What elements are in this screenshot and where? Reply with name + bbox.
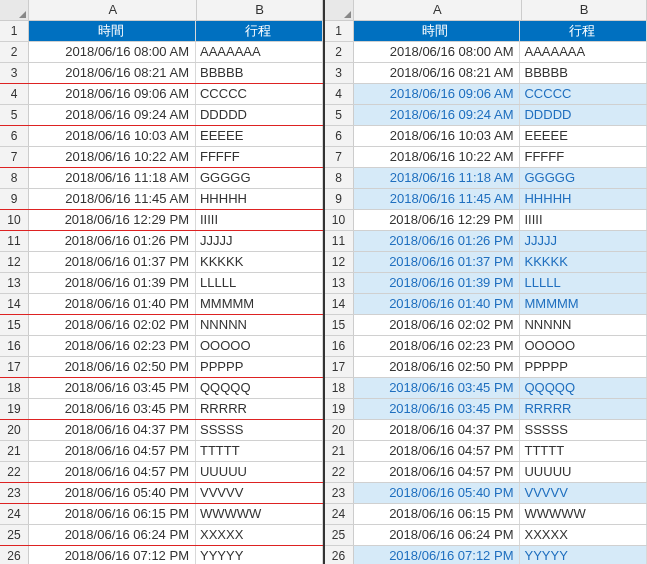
cell-value[interactable]: YYYYY: [520, 546, 647, 564]
cell-value[interactable]: SSSSS: [196, 420, 323, 440]
cell-value[interactable]: DDDDD: [520, 105, 647, 125]
cell-value[interactable]: PPPPP: [520, 357, 647, 377]
cell-time[interactable]: 2018/06/16 06:15 PM: [354, 504, 521, 524]
column-header-b[interactable]: B: [522, 0, 647, 20]
row-header[interactable]: 7: [325, 147, 354, 167]
row-header[interactable]: 5: [325, 105, 354, 125]
cell-time[interactable]: 2018/06/16 04:37 PM: [29, 420, 196, 440]
cell-value[interactable]: IIIII: [520, 210, 647, 230]
row-header[interactable]: 17: [325, 357, 354, 377]
row-header[interactable]: 19: [0, 399, 29, 419]
row-header[interactable]: 20: [0, 420, 29, 440]
cell-value[interactable]: WWWWW: [520, 504, 647, 524]
row-header[interactable]: 1: [325, 21, 354, 41]
cell-value[interactable]: SSSSS: [520, 420, 647, 440]
row-header[interactable]: 19: [325, 399, 354, 419]
cell-time[interactable]: 2018/06/16 11:45 AM: [354, 189, 521, 209]
row-header[interactable]: 22: [0, 462, 29, 482]
cell-time[interactable]: 2018/06/16 05:40 PM: [354, 483, 521, 503]
column-header-b[interactable]: B: [197, 0, 322, 20]
cell-time[interactable]: 2018/06/16 04:57 PM: [29, 462, 196, 482]
cell-time[interactable]: 2018/06/16 10:22 AM: [29, 147, 196, 167]
row-header[interactable]: 8: [325, 168, 354, 188]
row-header[interactable]: 15: [0, 315, 29, 335]
cell-value[interactable]: IIIII: [196, 210, 323, 230]
cell-value[interactable]: XXXXX: [520, 525, 647, 545]
cell-time[interactable]: 2018/06/16 09:06 AM: [29, 84, 196, 104]
cell-time[interactable]: 2018/06/16 01:37 PM: [354, 252, 521, 272]
row-header[interactable]: 12: [325, 252, 354, 272]
cell-time[interactable]: 2018/06/16 06:15 PM: [29, 504, 196, 524]
cell-time[interactable]: 2018/06/16 06:24 PM: [354, 525, 521, 545]
row-header[interactable]: 4: [325, 84, 354, 104]
row-header[interactable]: 6: [0, 126, 29, 146]
cell-time[interactable]: 2018/06/16 02:50 PM: [29, 357, 196, 377]
column-header-a[interactable]: A: [29, 0, 197, 20]
cell-value[interactable]: VVVVV: [196, 483, 323, 503]
cell-time[interactable]: 2018/06/16 04:57 PM: [354, 462, 521, 482]
cell-value[interactable]: KKKKK: [196, 252, 323, 272]
cell-time[interactable]: 2018/06/16 02:23 PM: [29, 336, 196, 356]
cell-value[interactable]: YYYYY: [196, 546, 323, 564]
row-header[interactable]: 10: [0, 210, 29, 230]
row-header[interactable]: 26: [325, 546, 354, 564]
cell-time[interactable]: 2018/06/16 06:24 PM: [29, 525, 196, 545]
cell-time[interactable]: 2018/06/16 03:45 PM: [29, 378, 196, 398]
row-header[interactable]: 8: [0, 168, 29, 188]
cell-value[interactable]: QQQQQ: [520, 378, 647, 398]
cell-value[interactable]: NNNNN: [196, 315, 323, 335]
cell-value[interactable]: AAAAAAA: [196, 42, 323, 62]
row-header[interactable]: 4: [0, 84, 29, 104]
cell-value[interactable]: FFFFF: [520, 147, 647, 167]
select-all-corner[interactable]: [0, 0, 29, 20]
row-header[interactable]: 14: [0, 294, 29, 314]
cell-time[interactable]: 2018/06/16 04:57 PM: [354, 441, 521, 461]
row-header[interactable]: 10: [325, 210, 354, 230]
cell-time[interactable]: 2018/06/16 07:12 PM: [29, 546, 196, 564]
row-header[interactable]: 14: [325, 294, 354, 314]
cell-time[interactable]: 2018/06/16 08:00 AM: [29, 42, 196, 62]
row-header[interactable]: 3: [325, 63, 354, 83]
cell-value[interactable]: RRRRR: [520, 399, 647, 419]
row-header[interactable]: 16: [0, 336, 29, 356]
cell-value[interactable]: CCCCC: [196, 84, 323, 104]
row-header[interactable]: 24: [0, 504, 29, 524]
row-header[interactable]: 15: [325, 315, 354, 335]
row-header[interactable]: 26: [0, 546, 29, 564]
cell-time[interactable]: 2018/06/16 09:24 AM: [29, 105, 196, 125]
cell-value[interactable]: WWWWW: [196, 504, 323, 524]
cell-time[interactable]: 2018/06/16 10:22 AM: [354, 147, 521, 167]
cell-time[interactable]: 2018/06/16 10:03 AM: [29, 126, 196, 146]
cell-time[interactable]: 2018/06/16 04:57 PM: [29, 441, 196, 461]
cell-value[interactable]: OOOOO: [520, 336, 647, 356]
cell-time[interactable]: 2018/06/16 02:23 PM: [354, 336, 521, 356]
row-header[interactable]: 21: [325, 441, 354, 461]
cell-time[interactable]: 2018/06/16 03:45 PM: [354, 399, 521, 419]
cell-time[interactable]: 2018/06/16 10:03 AM: [354, 126, 521, 146]
cell-time[interactable]: 2018/06/16 04:37 PM: [354, 420, 521, 440]
cell-value[interactable]: KKKKK: [520, 252, 647, 272]
row-header[interactable]: 18: [325, 378, 354, 398]
cell-value[interactable]: XXXXX: [196, 525, 323, 545]
cell-time[interactable]: 2018/06/16 01:39 PM: [29, 273, 196, 293]
cell-value[interactable]: EEEEE: [520, 126, 647, 146]
cell-value[interactable]: RRRRR: [196, 399, 323, 419]
cell-value[interactable]: DDDDD: [196, 105, 323, 125]
cell-time[interactable]: 2018/06/16 01:26 PM: [354, 231, 521, 251]
cell-value[interactable]: OOOOO: [196, 336, 323, 356]
row-header[interactable]: 2: [0, 42, 29, 62]
cell-time[interactable]: 2018/06/16 01:40 PM: [354, 294, 521, 314]
cell-value[interactable]: MMMMM: [196, 294, 323, 314]
cell-value[interactable]: UUUUU: [520, 462, 647, 482]
cell-value[interactable]: BBBBB: [196, 63, 323, 83]
row-header[interactable]: 22: [325, 462, 354, 482]
cell-value[interactable]: LLLLL: [520, 273, 647, 293]
row-header[interactable]: 20: [325, 420, 354, 440]
cell-time[interactable]: 2018/06/16 02:50 PM: [354, 357, 521, 377]
row-header[interactable]: 24: [325, 504, 354, 524]
cell-time[interactable]: 2018/06/16 03:45 PM: [29, 399, 196, 419]
row-header[interactable]: 21: [0, 441, 29, 461]
cell-time[interactable]: 2018/06/16 05:40 PM: [29, 483, 196, 503]
row-header[interactable]: 1: [0, 21, 29, 41]
row-header[interactable]: 11: [0, 231, 29, 251]
